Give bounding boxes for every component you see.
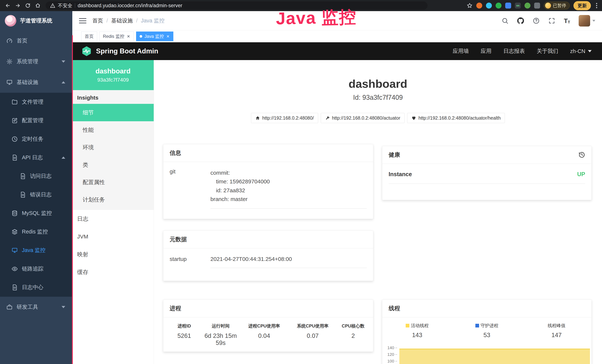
close-icon[interactable] (127, 34, 130, 38)
breadcrumb-infrastructure[interactable]: 基础设施 (111, 17, 141, 24)
extension-icon-grid[interactable] (505, 3, 511, 9)
sidebar-item-home[interactable]: 首页 (0, 30, 72, 51)
sba-menu-details[interactable]: 细节 (72, 104, 154, 121)
sba-menu-classes[interactable]: 类 (72, 156, 154, 173)
extension-icon-blue-drop[interactable] (486, 3, 492, 9)
document-icon (20, 173, 26, 179)
actuator-url-link[interactable]: http://192.168.0.2:48080/actuator (321, 113, 405, 123)
extension-icon-puzzle[interactable] (534, 3, 540, 9)
sidebar-item-redis-monitor[interactable]: Redis 监控 (0, 223, 72, 241)
sidebar-item-config-management[interactable]: 配置管理 (0, 111, 72, 130)
active-tab-dot (140, 35, 142, 38)
browser-profile-chip[interactable]: 已暂停 (544, 2, 570, 10)
sidebar-collapse-icon[interactable] (79, 18, 86, 23)
threads-legend-values: 143 53 147 (382, 332, 591, 339)
breadcrumb-current: Java 监控 (141, 17, 164, 24)
health-url-link[interactable]: http://192.168.0.2:48080/actuator/health (407, 113, 505, 123)
extension-icon-leaf[interactable] (525, 3, 530, 9)
home-icon (255, 116, 260, 120)
instance-header: dashboard 93a3fc7f7409 (72, 60, 154, 90)
security-label: 不安全 (58, 2, 72, 9)
locale-selector[interactable]: zh-CN (570, 48, 592, 54)
breadcrumb-home[interactable]: 首页 (92, 17, 111, 24)
sba-nav-about[interactable]: 关于我们 (537, 47, 558, 55)
sba-menu-mappings[interactable]: 映射 (72, 246, 154, 263)
sba-menu-jvm[interactable]: JVM (72, 228, 154, 246)
tab-java-monitor[interactable]: Java 监控 (136, 32, 173, 41)
dashboard-icon (6, 38, 13, 44)
card-title: 健康 (389, 151, 400, 159)
active-threads-swatch (406, 324, 409, 327)
status-badge: UP (577, 171, 585, 178)
sba-nav-applications[interactable]: 应用 (481, 47, 492, 55)
metadata-label: startup (170, 256, 210, 268)
sidebar-item-infrastructure[interactable]: 基础设施 (0, 72, 72, 93)
extension-icon-green[interactable] (495, 3, 502, 9)
url-text: dashboard.yudao.iocoder.cn/infra/admin-s… (78, 3, 182, 9)
sidebar-item-tracing[interactable]: 链路追踪 (0, 260, 72, 278)
sba-menu-environment[interactable]: 环境 (72, 139, 154, 156)
github-icon[interactable] (517, 17, 524, 24)
font-size-icon[interactable]: TT (564, 18, 570, 24)
tab-redis-monitor[interactable]: Redis 监控 (99, 32, 134, 41)
sba-menu-caches[interactable]: 缓存 (72, 263, 154, 281)
sba-menu-performance[interactable]: 性能 (72, 121, 154, 139)
fullscreen-icon[interactable] (548, 17, 555, 24)
tab-label: 首页 (85, 33, 94, 39)
home-button[interactable] (33, 1, 42, 10)
sba-nav-wallboard[interactable]: 应用墙 (453, 47, 469, 55)
y-axis-tick: 100 (387, 359, 397, 364)
sidebar-item-access-logs[interactable]: 访问日志 (0, 167, 72, 185)
sba-menu-logs[interactable]: 日志 (72, 210, 154, 228)
sba-content: dashboard Id: 93a3fc7f7409 http://192.16… (154, 60, 602, 364)
extension-icon-orange[interactable] (476, 3, 482, 9)
service-url-link[interactable]: http://192.168.0.2:48080/ (251, 113, 318, 123)
help-icon[interactable] (533, 17, 540, 24)
tab-home[interactable]: 首页 (81, 32, 97, 41)
chevron-down-icon (62, 60, 65, 63)
info-row-label: git (170, 168, 210, 209)
sidebar-item-file-management[interactable]: 文件管理 (0, 93, 72, 111)
back-button[interactable] (3, 1, 12, 10)
update-button[interactable]: 更新 (573, 1, 591, 10)
chevron-down-icon (588, 50, 592, 52)
sba-navbar: Spring Boot Admin 应用墙 应用 日志报表 关于我们 zh-CN (72, 42, 602, 60)
annotation-text: Java 监控 (276, 5, 357, 30)
process-table-header: 进程ID 运行时间 进程CPU使用率 系统CPU使用率 CPU核心数 (167, 323, 369, 329)
close-icon[interactable] (166, 34, 170, 38)
sidebar-item-api-logs[interactable]: API 日志 (0, 148, 72, 167)
extension-icon-switch-on[interactable]: on (515, 3, 521, 9)
user-menu[interactable] (579, 15, 595, 27)
metadata-row: startup 2021-04-27T00:44:31.254+08:00 (170, 256, 367, 268)
bookmark-star-icon[interactable] (467, 3, 473, 9)
sba-menu-scheduled-tasks[interactable]: 计划任务 (72, 191, 154, 208)
forward-button[interactable] (13, 1, 22, 10)
metadata-card: 元数据 startup 2021-04-27T00:44:31.254+08:0… (163, 230, 373, 281)
not-secure-warning-icon (50, 3, 55, 8)
eye-icon (11, 266, 18, 272)
sba-nav-journal[interactable]: 日志报表 (503, 47, 525, 55)
browser-menu-icon[interactable] (595, 3, 599, 8)
sidebar-item-java-monitor[interactable]: Java 监控 (0, 241, 72, 260)
chevron-down-icon (592, 20, 595, 22)
briefcase-icon (6, 304, 13, 310)
database-icon (11, 210, 18, 216)
sidebar-item-error-logs[interactable]: 错误日志 (0, 185, 72, 204)
history-icon[interactable] (579, 151, 585, 158)
sidebar-item-log-center[interactable]: 日志中心 (0, 278, 72, 297)
sba-brand-title[interactable]: Spring Boot Admin (96, 47, 158, 55)
health-label: Instance (389, 171, 412, 178)
sidebar-item-scheduled-jobs[interactable]: 定时任务 (0, 130, 72, 148)
monitor-icon (6, 79, 13, 86)
sidebar-item-dev-tools[interactable]: 研发工具 (0, 297, 72, 317)
insights-group-label: Insights (72, 90, 154, 104)
info-card: 信息 git commit: time: 1596289704000 id: 2… (163, 144, 373, 219)
annotation-highlight-line (72, 35, 73, 364)
search-icon[interactable] (502, 17, 509, 24)
sidebar-item-mysql-monitor[interactable]: MySQL 监控 (0, 204, 72, 223)
sidebar-item-system-management[interactable]: 系统管理 (0, 51, 72, 72)
process-table-values: 5261 6d 23h 15m 59s 0.04 0.07 2 (167, 332, 369, 346)
address-bar[interactable]: 不安全 dashboard.yudao.iocoder.cn/infra/adm… (46, 1, 428, 10)
refresh-button[interactable] (23, 1, 32, 10)
sba-menu-properties[interactable]: 配置属性 (72, 173, 154, 191)
